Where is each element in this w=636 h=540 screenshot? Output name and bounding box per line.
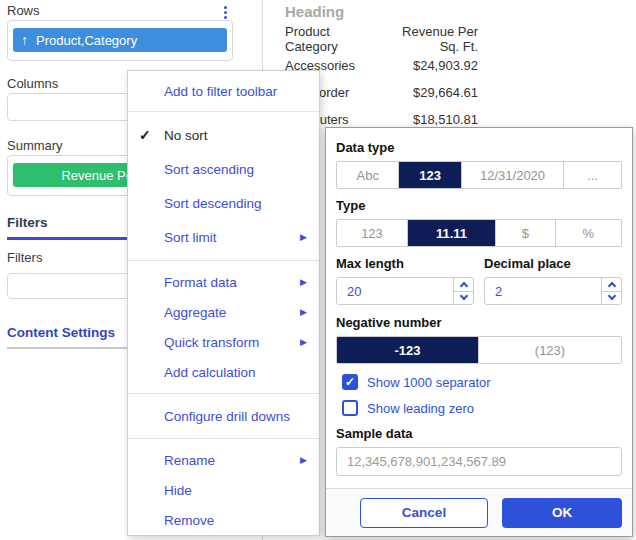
report-column-header-revenue: Revenue Per Sq. Ft.	[360, 24, 478, 54]
max-length-increment-button[interactable]	[454, 278, 473, 292]
chevron-up-icon	[459, 282, 467, 290]
data-type-option-12-31-2020[interactable]: 12/31/2020	[462, 162, 564, 188]
menu-item-sort-descending[interactable]: Sort descending	[128, 186, 319, 220]
negative-number-label: Negative number	[336, 315, 622, 330]
data-type-option-123[interactable]: 123	[399, 162, 461, 188]
menu-item-label: Sort ascending	[164, 162, 254, 177]
checkbox-label: Show leading zero	[367, 401, 474, 416]
rows-drop-zone[interactable]: ↑ Product,Category	[7, 20, 233, 61]
filters-tab-header[interactable]: Filters	[7, 215, 48, 230]
submenu-arrow-icon: ▶	[300, 337, 307, 347]
max-length-spinner[interactable]: 20	[336, 277, 474, 305]
menu-item-label: Remove	[164, 513, 214, 528]
dialog-checkboxes: ✓Show 1000 separatorShow leading zero	[336, 374, 622, 416]
submenu-arrow-icon: ▶	[300, 232, 307, 242]
type-label: Type	[336, 198, 622, 213]
sample-data-input[interactable]: 12,345,678,901,234,567.89	[336, 447, 622, 476]
menu-item-sort-limit[interactable]: Sort limit▶	[128, 220, 319, 254]
menu-item-label: No sort	[164, 128, 208, 143]
rows-section-label: Rows	[7, 3, 40, 18]
submenu-arrow-icon: ▶	[300, 307, 307, 317]
menu-item-label: Hide	[164, 483, 192, 498]
rows-field-label: Product,Category	[36, 33, 137, 48]
menu-item-label: Configure drill downs	[164, 409, 290, 424]
report-cell-value: $29,664.61	[413, 85, 478, 100]
report-cell-value: $18,510.81	[413, 112, 478, 127]
type-option-123[interactable]: 123	[337, 220, 408, 246]
checked-checkbox-icon[interactable]: ✓	[342, 374, 358, 390]
negative-number-option-123[interactable]: -123	[337, 337, 479, 363]
menu-item-configure-drill-downs[interactable]: Configure drill downs	[128, 400, 319, 432]
decimal-place-spinner[interactable]: 2	[484, 277, 622, 305]
report-column-header-product-category: Product Category	[285, 24, 338, 54]
menu-item-add-to-filter-toolbar[interactable]: Add to filter toolbar	[128, 71, 319, 111]
menu-item-label: Aggregate	[164, 305, 226, 320]
menu-item-label: Rename	[164, 453, 215, 468]
negative-number-segmented-control: -123(123)	[336, 336, 622, 364]
menu-item-add-calculation[interactable]: Add calculation	[128, 357, 319, 387]
report-heading: Heading	[285, 3, 344, 20]
menu-item-quick-transform[interactable]: Quick transform▶	[128, 327, 319, 357]
filters-field-label: Filters	[7, 250, 42, 265]
max-length-value[interactable]: 20	[337, 278, 453, 304]
checkbox-label: Show 1000 separator	[367, 375, 491, 390]
menu-item-no-sort[interactable]: ✓No sort	[128, 118, 319, 152]
menu-item-label: Sort limit	[164, 230, 217, 245]
negative-number-option-123[interactable]: (123)	[479, 337, 621, 363]
menu-item-label: Add to filter toolbar	[164, 84, 277, 99]
chevron-down-icon	[459, 292, 467, 300]
rows-kebab-menu-icon[interactable]	[220, 4, 231, 21]
format-data-dialog: Data type Abc12312/31/2020... Type 12311…	[325, 127, 633, 537]
decimal-place-decrement-button[interactable]	[602, 292, 621, 305]
menu-item-label: Add calculation	[164, 365, 256, 380]
unchecked-checkbox-icon[interactable]	[342, 400, 358, 416]
chevron-up-icon	[607, 282, 615, 290]
decimal-place-value[interactable]: 2	[485, 278, 601, 304]
data-type-option-abc[interactable]: Abc	[337, 162, 399, 188]
decimal-place-label: Decimal place	[484, 256, 622, 271]
data-type-option-[interactable]: ...	[564, 162, 621, 188]
max-length-label: Max length	[336, 256, 474, 271]
ok-button[interactable]: OK	[502, 498, 622, 528]
checkbox-row-show-leading-zero[interactable]: Show leading zero	[342, 400, 622, 416]
context-menu: Add to filter toolbar✓No sortSort ascend…	[127, 70, 320, 536]
chevron-down-icon	[607, 292, 615, 300]
menu-item-label: Sort descending	[164, 196, 262, 211]
summary-section-label: Summary	[7, 138, 63, 153]
menu-item-sort-ascending[interactable]: Sort ascending	[128, 152, 319, 186]
menu-item-remove[interactable]: Remove	[128, 505, 319, 535]
cancel-button[interactable]: Cancel	[360, 498, 488, 528]
max-length-decrement-button[interactable]	[454, 292, 473, 305]
checkmark-icon: ✓	[139, 127, 151, 143]
data-type-segmented-control: Abc12312/31/2020...	[336, 161, 622, 189]
content-settings-header[interactable]: Content Settings	[7, 325, 115, 340]
menu-item-label: Quick transform	[164, 335, 259, 350]
type-option-[interactable]: %	[556, 220, 621, 246]
sample-data-label: Sample data	[336, 426, 622, 441]
menu-item-aggregate[interactable]: Aggregate▶	[128, 297, 319, 327]
type-option-[interactable]: $	[496, 220, 556, 246]
report-cell-value: $24,903.92	[413, 58, 478, 73]
submenu-arrow-icon: ▶	[300, 455, 307, 465]
dialog-footer: Cancel OK	[326, 488, 632, 536]
checkbox-row-show-1000-separator[interactable]: ✓Show 1000 separator	[342, 374, 622, 390]
menu-item-hide[interactable]: Hide	[128, 475, 319, 505]
menu-item-label: Format data	[164, 275, 237, 290]
menu-item-rename[interactable]: Rename▶	[128, 445, 319, 475]
type-segmented-control: 12311.11$%	[336, 219, 622, 247]
rows-field-pill[interactable]: ↑ Product,Category	[13, 28, 227, 52]
data-type-label: Data type	[336, 140, 622, 155]
columns-section-label: Columns	[7, 76, 58, 91]
decimal-place-increment-button[interactable]	[602, 278, 621, 292]
sort-up-arrow-icon: ↑	[21, 32, 28, 48]
submenu-arrow-icon: ▶	[300, 277, 307, 287]
menu-item-format-data[interactable]: Format data▶	[128, 267, 319, 297]
type-option-11-11[interactable]: 11.11	[408, 220, 496, 246]
